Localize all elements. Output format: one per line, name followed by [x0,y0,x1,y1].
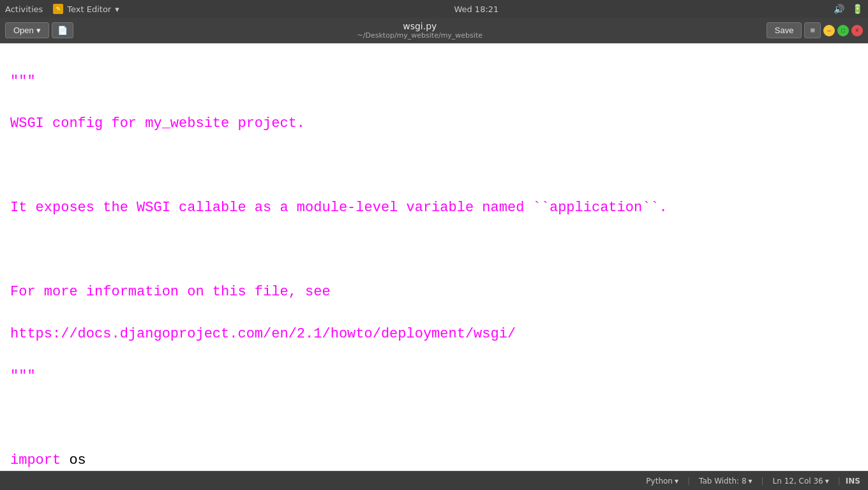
filename-label: wsgi.py [403,21,437,31]
language-arrow-icon: ▾ [675,477,678,486]
cursor-position-status[interactable]: Ln 12, Col 36 ▾ [769,475,833,487]
code-line: For more information on this file, see [10,281,858,302]
code-line [10,239,858,260]
close-button[interactable]: × [851,25,863,36]
battery-icon[interactable]: 🔋 [852,4,863,14]
titlebar-right: Save ≡ – □ × [767,22,863,38]
language-label: Python [646,477,673,486]
status-sep-2: | [761,477,764,486]
system-topbar: Activities ✎ Text Editor ▾ Wed 18:21 🔊 🔋 [0,0,868,18]
topbar-clock: Wed 18:21 [454,4,498,14]
tab-width-label: Tab Width: 8 [699,477,746,486]
status-sep-3: | [838,477,841,486]
code-line: It exposes the WSGI callable as a module… [10,197,858,218]
code-line: import os [10,450,858,471]
open-label: Open [13,26,34,35]
minimize-button[interactable]: – [823,25,835,36]
app-dropdown-icon[interactable]: ▾ [115,4,119,14]
ln-col-label: Ln 12, Col 36 [773,477,823,486]
tab-width-arrow-icon: ▾ [749,477,752,486]
code-line: WSGI config for my_website project. [10,113,858,134]
titlebar: Open ▾ 📄 wsgi.py ~/Desktop/my_website/my… [0,18,868,43]
titlebar-center: wsgi.py ~/Desktop/my_website/my_website [73,21,767,40]
maximize-button[interactable]: □ [837,25,849,36]
titlebar-left: Open ▾ 📄 [5,22,73,38]
ln-col-arrow-icon: ▾ [825,477,829,486]
open-button[interactable]: Open ▾ [5,22,49,38]
status-sep-1: | [687,477,690,486]
code-content: """ WSGI config for my_website project. … [10,71,858,471]
open-arrow-icon: ▾ [36,26,41,35]
new-doc-button[interactable]: 📄 [52,22,73,38]
volume-icon[interactable]: 🔊 [834,4,844,14]
app-icon: ✎ [53,4,63,14]
statusbar: Python ▾ | Tab Width: 8 ▾ | Ln 12, Col 3… [0,471,868,490]
save-button[interactable]: Save [767,22,802,38]
code-line: https://docs.djangoproject.com/en/2.1/ho… [10,323,858,345]
app-name-area: ✎ Text Editor ▾ [53,4,119,14]
topbar-right: 🔊 🔋 [834,4,863,14]
menu-button[interactable]: ≡ [804,22,821,38]
language-status[interactable]: Python ▾ [642,475,682,487]
filepath-label: ~/Desktop/my_website/my_website [357,31,483,40]
activities-button[interactable]: Activities [5,4,43,14]
code-line: """ [10,71,858,92]
ins-mode-label: INS [846,477,860,486]
editor-area[interactable]: """ WSGI config for my_website project. … [0,43,868,471]
code-line: """ [10,366,858,387]
code-line [10,155,858,176]
code-line [10,408,858,429]
tab-width-status[interactable]: Tab Width: 8 ▾ [695,475,756,487]
app-name-label: Text Editor [67,4,111,14]
topbar-left: Activities ✎ Text Editor ▾ [5,4,119,14]
